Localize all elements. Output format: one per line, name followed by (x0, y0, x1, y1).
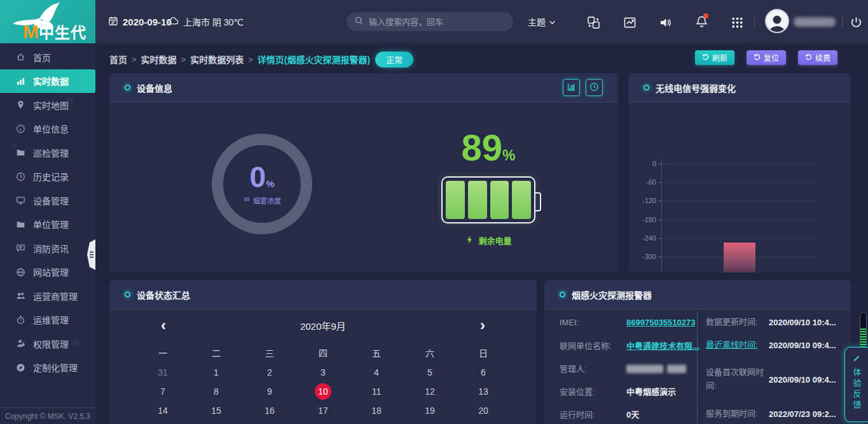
calendar-day[interactable]: 6 (475, 364, 492, 381)
report-chart-icon[interactable] (622, 15, 637, 30)
top-bar: M中生代 2020-09-10 上海市 阴 30℃ 主题 (0, 0, 868, 43)
history-view-button[interactable] (586, 79, 603, 96)
sidebar-item-1[interactable]: 实时数据 (0, 69, 95, 94)
calendar-day[interactable]: 8 (208, 383, 224, 400)
date-text: 2020-09-10 (123, 17, 172, 27)
calendar-day[interactable]: 11 (368, 383, 385, 400)
battery-cell (446, 181, 465, 219)
sidebar-item-0[interactable]: 首页 (0, 45, 95, 69)
brand-logo[interactable]: M中生代 (0, 0, 95, 43)
action-button-0[interactable]: 刷新 (695, 50, 734, 65)
chevron-down-icon (549, 17, 556, 27)
calendar-day[interactable]: 1 (208, 364, 224, 381)
battery-value: 89 (462, 127, 503, 168)
notification-bell-icon[interactable] (694, 15, 709, 30)
calendar-next-button[interactable]: › (473, 316, 492, 335)
sidebar-item-12[interactable]: 权限管理 (0, 332, 95, 356)
topbar-divider (842, 15, 843, 28)
calendar-day[interactable]: 16 (261, 402, 278, 419)
detail-card-title: 烟感火灾探测报警器 (572, 288, 652, 301)
detail-value: 0天 (626, 408, 639, 420)
globe-icon (15, 267, 25, 277)
detail-row: 设备首次联网时间:2020/09/10 09:4... (706, 357, 846, 402)
action-button-2[interactable]: 续费 (798, 50, 837, 65)
battery-widget: 89% 剩余电量 (406, 129, 571, 246)
calendar-day[interactable]: 18 (368, 402, 385, 419)
theme-selector[interactable]: 主题 (528, 0, 556, 43)
chart-view-button[interactable] (563, 79, 580, 96)
smoke-label: 烟雾浓度 (253, 195, 281, 206)
sidebar-item-2[interactable]: 实时地图 (0, 93, 95, 117)
app-root: M中生代 2020-09-10 上海市 阴 30℃ 主题 (0, 0, 868, 424)
calendar-day[interactable]: 2 (261, 364, 278, 381)
weekday-label: 一 (158, 346, 167, 359)
power-logout-icon[interactable] (848, 15, 864, 30)
detail-value: 2020/09/10 09:4... (769, 375, 836, 385)
current-date: 2020-09-10 (108, 0, 172, 43)
detail-value-redacted (626, 363, 690, 372)
breadcrumb-item-2[interactable]: 实时数据列表 (190, 53, 244, 66)
calendar-day-selected[interactable]: 10 (315, 383, 331, 400)
person-icon (768, 13, 787, 32)
apps-grid-icon[interactable] (729, 15, 745, 30)
y-tick-label: -60 (631, 178, 656, 186)
calendar-day[interactable]: 20 (475, 402, 492, 419)
calendar-day[interactable]: 13 (475, 383, 492, 400)
action-button-1[interactable]: 复位 (747, 50, 786, 65)
refresh-icon (754, 53, 761, 62)
calendar-day[interactable]: 31 (155, 364, 171, 381)
volume-icon[interactable] (658, 15, 673, 30)
card-bullet-icon (560, 292, 565, 297)
username-redacted (794, 17, 836, 27)
sidebar-item-13[interactable]: 定制化管理 (0, 356, 95, 380)
calendar-day[interactable]: 17 (315, 402, 331, 419)
sidebar-item-6[interactable]: 设备管理 (0, 188, 95, 213)
calendar-day[interactable]: 14 (155, 402, 171, 419)
breadcrumb-item-1[interactable]: 实时数据 (141, 53, 177, 66)
sidebar-item-3[interactable]: 单位信息 (0, 117, 95, 141)
detail-row: 数据更新时间:2020/09/10 10:4... (706, 311, 846, 334)
y-tick-label: 0 (631, 160, 656, 167)
breadcrumb-item-0[interactable]: 首页 (109, 53, 127, 66)
calendar-day[interactable]: 3 (315, 364, 331, 381)
device-info-title: 设备信息 (137, 81, 172, 94)
calendar-day[interactable]: 15 (208, 402, 224, 419)
calendar-day[interactable]: 19 (422, 402, 438, 419)
user-avatar[interactable] (765, 9, 789, 33)
sidebar-item-7[interactable]: 单位管理 (0, 213, 95, 237)
calendar-day[interactable]: 12 (422, 383, 438, 400)
sidebar-item-11[interactable]: 运维管理 (0, 308, 95, 332)
home-icon (15, 52, 25, 62)
detail-label: IMEI: (560, 318, 626, 327)
calendar-day[interactable]: 5 (422, 364, 438, 381)
sidebar-item-5[interactable]: 历史记录 (0, 165, 95, 189)
search-input[interactable] (369, 17, 506, 27)
theme-label: 主题 (528, 15, 546, 28)
folder-icon (15, 219, 25, 229)
detail-label: 运行时间: (560, 408, 626, 420)
sidebar-item-4[interactable]: 巡检管理 (0, 141, 95, 165)
calendar-icon (108, 16, 118, 28)
page-scrollbar-thumb[interactable] (860, 312, 867, 349)
comment-icon (15, 243, 25, 253)
calendar-day[interactable]: 4 (368, 364, 385, 381)
weekday-label: 六 (425, 346, 434, 359)
signal-chart-card: 无线电信号强弱变化 0-60-120-180-240-30009/10 10:4… (628, 73, 851, 272)
feedback-tab[interactable]: 体验反馈 (844, 347, 868, 422)
sidebar-item-label: 实时数据 (33, 74, 69, 87)
screen-switch-icon[interactable] (586, 15, 601, 30)
calendar-day[interactable]: 9 (261, 383, 278, 400)
sidebar-item-8[interactable]: 消防资讯 (0, 236, 95, 260)
smoke-gauge: 0% 烟雾浓度 (212, 134, 312, 234)
detail-value[interactable]: 869975035510273 (626, 318, 695, 327)
detail-value[interactable]: 中粤通建技术有限... (626, 339, 699, 351)
calendar-card-header: 设备状态汇总 (109, 280, 537, 309)
sidebar-item-10[interactable]: 运营商管理 (0, 284, 95, 308)
breadcrumb-item-3[interactable]: 详情页(烟感火灾探测报警器) (258, 53, 370, 66)
calendar-day[interactable]: 7 (155, 383, 171, 400)
battery-unit: % (502, 147, 515, 164)
y-tick-label: -300 (631, 253, 656, 260)
sidebar-item-9[interactable]: 网站管理 (0, 260, 95, 285)
detail-label[interactable]: 最近离线时间: (706, 339, 769, 352)
status-badge: 正常 (375, 52, 413, 67)
